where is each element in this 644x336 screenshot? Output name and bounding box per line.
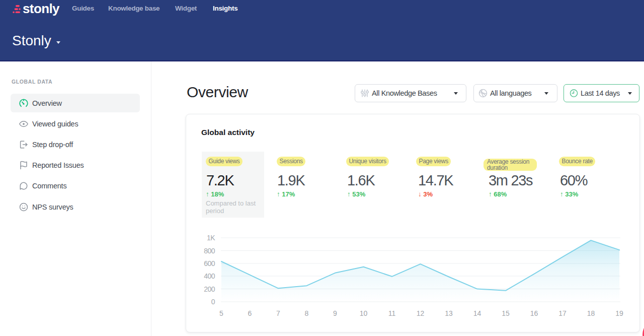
- svg-text:6: 6: [248, 309, 252, 317]
- svg-text:18: 18: [587, 309, 595, 317]
- svg-text:1K: 1K: [207, 234, 215, 242]
- svg-text:16: 16: [530, 309, 538, 317]
- svg-text:14: 14: [473, 309, 481, 317]
- svg-text:8: 8: [305, 309, 309, 317]
- svg-text:13: 13: [445, 309, 453, 317]
- svg-text:5: 5: [219, 309, 223, 317]
- svg-text:600: 600: [204, 259, 215, 267]
- svg-text:200: 200: [204, 285, 215, 293]
- svg-text:12: 12: [417, 309, 425, 317]
- svg-text:11: 11: [388, 309, 396, 317]
- svg-text:7: 7: [276, 309, 280, 317]
- svg-text:15: 15: [502, 309, 510, 317]
- svg-text:400: 400: [204, 272, 215, 280]
- svg-text:17: 17: [558, 309, 567, 317]
- svg-text:0: 0: [211, 298, 215, 306]
- svg-text:10: 10: [360, 309, 368, 317]
- svg-text:800: 800: [204, 247, 215, 255]
- svg-text:9: 9: [333, 309, 337, 317]
- svg-text:19: 19: [615, 309, 623, 317]
